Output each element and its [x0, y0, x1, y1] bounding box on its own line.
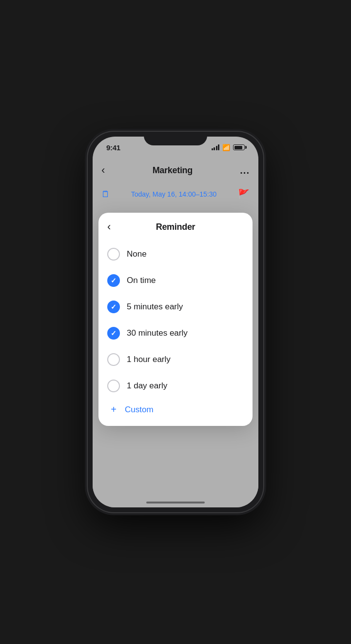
app-navbar: ‹ Marketing ...	[93, 158, 258, 182]
reminder-option-5-minutes[interactable]: 5 minutes early	[98, 294, 253, 320]
reminder-options-list: None On time 5 minutes early	[98, 237, 253, 426]
app-more-button[interactable]: ...	[240, 165, 250, 176]
reminder-option-1-day[interactable]: 1 day early	[98, 373, 253, 399]
reminder-option-on-time[interactable]: On time	[98, 267, 253, 294]
option-30-minutes-label: 30 minutes early	[127, 328, 188, 338]
signal-bars-icon	[212, 144, 220, 150]
event-info-bar: 🗒 Today, May 16, 14:00–15:30 🚩	[93, 182, 258, 206]
status-icons: 📶	[212, 144, 245, 151]
radio-1-day	[107, 380, 120, 392]
phone-screen: 9:41 📶 ‹ Marketing ... 🗒 Today, May 16, …	[93, 137, 258, 507]
custom-label: Custom	[125, 405, 154, 415]
option-5-minutes-label: 5 minutes early	[127, 302, 183, 312]
reminder-option-1-hour[interactable]: 1 hour early	[98, 346, 253, 373]
radio-30-minutes	[107, 327, 120, 340]
gray-bottom-area	[93, 433, 258, 507]
radio-1-hour	[107, 353, 120, 366]
modal-title: Reminder	[156, 222, 195, 232]
wifi-icon: 📶	[222, 144, 230, 151]
battery-icon	[233, 144, 245, 150]
radio-none	[107, 248, 120, 261]
app-back-button[interactable]: ‹	[101, 164, 105, 177]
home-indicator	[146, 502, 205, 503]
event-note-icon: 🗒	[101, 189, 110, 200]
reminder-option-custom[interactable]: + Custom	[98, 399, 253, 418]
option-1-hour-label: 1 hour early	[127, 355, 171, 364]
radio-5-minutes	[107, 301, 120, 313]
reminder-modal: ‹ Reminder None On time	[98, 213, 253, 426]
reminder-option-none[interactable]: None	[98, 241, 253, 267]
plus-icon: +	[107, 404, 120, 415]
phone-frame: 9:41 📶 ‹ Marketing ... 🗒 Today, May 16, …	[88, 132, 263, 512]
reminder-option-30-minutes[interactable]: 30 minutes early	[98, 320, 253, 346]
battery-fill	[234, 146, 242, 149]
notch	[144, 132, 207, 145]
option-1-day-label: 1 day early	[127, 381, 167, 391]
app-title: Marketing	[153, 165, 193, 176]
radio-on-time	[107, 274, 120, 287]
option-none-label: None	[127, 249, 147, 259]
option-on-time-label: On time	[127, 276, 156, 285]
modal-back-button[interactable]: ‹	[107, 221, 122, 233]
event-date[interactable]: Today, May 16, 14:00–15:30	[110, 190, 237, 198]
gray-background: ‹ Reminder None On time	[93, 206, 258, 507]
status-time: 9:41	[106, 143, 120, 152]
modal-header: ‹ Reminder	[98, 213, 253, 237]
event-flag-icon: 🚩	[237, 188, 250, 200]
